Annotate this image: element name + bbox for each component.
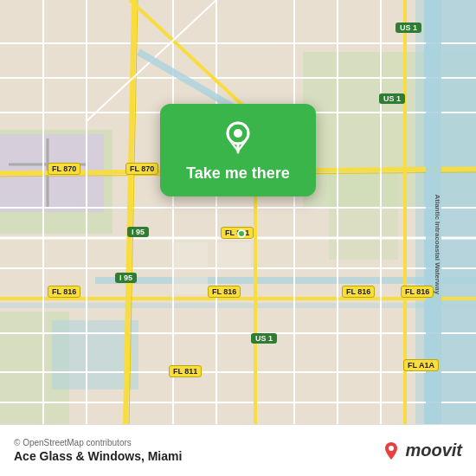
svg-rect-12 [95, 277, 476, 284]
route-marker [237, 229, 246, 238]
map-view: US 1 US 1 FL 870 FL 870 I 95 I 95 FL 811… [0, 0, 476, 424]
svg-rect-4 [329, 173, 398, 260]
moovit-logo-text: moovit [405, 441, 462, 460]
popup-button-label: Take me there [186, 164, 290, 183]
road-label-fl816-far: FL 816 [401, 286, 434, 298]
location-pin-icon [219, 118, 257, 156]
bottom-bar: © OpenStreetMap contributors Ace Glass &… [0, 424, 476, 476]
svg-point-47 [235, 130, 241, 137]
road-label-fl870-left: FL 870 [48, 163, 80, 175]
location-name: Ace Glass & Windows, Miami [14, 449, 182, 463]
bottom-left-info: © OpenStreetMap contributors Ace Glass &… [14, 438, 182, 463]
road-label-fl816-right: FL 816 [342, 286, 375, 298]
road-label-i95-2: I 95 [115, 273, 137, 283]
road-label-fl870-mid: FL 870 [125, 163, 158, 175]
moovit-pin-icon [381, 441, 402, 461]
svg-rect-42 [216, 242, 251, 268]
road-label-us1-top: US 1 [396, 23, 421, 33]
road-label-fl811-bot: FL 811 [169, 365, 202, 377]
road-label-us1-mid: US 1 [379, 93, 405, 104]
road-label-us1-bot: US 1 [251, 333, 277, 344]
road-label-fl816-left: FL 816 [48, 286, 80, 298]
take-me-there-button[interactable]: Take me there [160, 104, 316, 196]
moovit-logo: moovit [381, 441, 462, 461]
road-label-fla1a: FL A1A [403, 359, 439, 371]
road-label-fl816-mid: FL 816 [208, 286, 241, 298]
road-label-waterway: Atlantic Intracoastal Waterway [434, 195, 441, 295]
road-label-i95-1: I 95 [127, 227, 149, 237]
svg-rect-43 [173, 277, 208, 294]
svg-point-48 [389, 446, 394, 451]
attribution-text: © OpenStreetMap contributors [14, 438, 182, 447]
svg-rect-41 [173, 242, 208, 268]
